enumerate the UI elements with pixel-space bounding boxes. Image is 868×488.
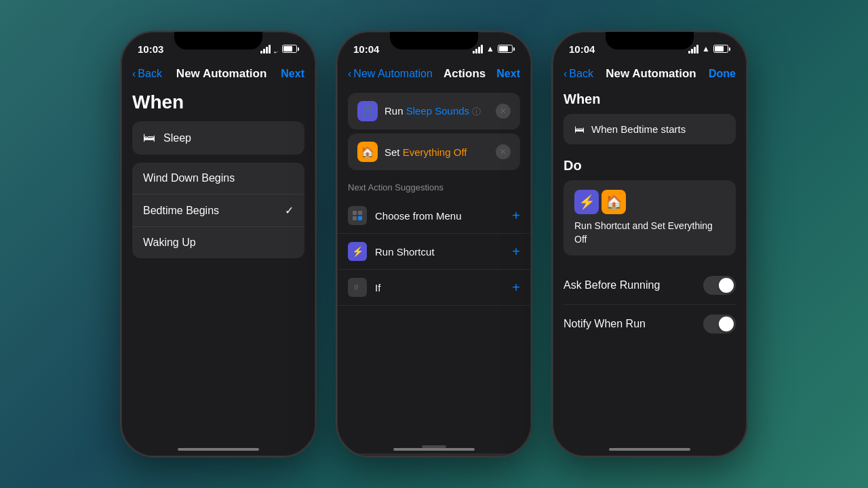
when-card-3: 🛏 When Bedtime starts <box>564 114 736 144</box>
toggle-row-ask-before: Ask Before Running <box>564 266 736 305</box>
wifi-icon-2: ▲ <box>486 44 494 54</box>
selected-option-label-1: Sleep <box>163 132 191 144</box>
do-icons-3: ⚡ 🏠 <box>574 190 725 214</box>
status-time-2: 10:04 <box>353 43 379 55</box>
home-indicator-1 <box>178 448 259 451</box>
phone-notch-2 <box>390 32 478 49</box>
do-title-3: Do <box>564 158 736 174</box>
nav-done-3[interactable]: Done <box>709 68 736 80</box>
nav-back-2[interactable]: ‹ New Automation <box>348 68 433 80</box>
svg-rect-1 <box>358 211 362 215</box>
back-label-2: New Automation <box>353 68 433 80</box>
phone-notch-1 <box>174 32 262 49</box>
action-card-left-2: 🏠 Set Everything Off <box>357 142 467 162</box>
ask-before-toggle[interactable] <box>703 276 736 295</box>
back-label-1: Back <box>138 68 162 80</box>
add-if-button[interactable]: + <box>512 280 520 296</box>
option-label-bedtime: Bedtime Begins <box>143 205 219 217</box>
run-shortcut-icon: ⚡ <box>348 242 367 261</box>
status-icons-1: 𝂁 <box>260 44 299 54</box>
option-wind-down[interactable]: Wind Down Begins <box>132 163 304 195</box>
nav-next-2[interactable]: Next <box>496 68 520 80</box>
chevron-left-icon-3: ‹ <box>564 68 567 80</box>
nav-bar-2: ‹ New Automation Actions Next <box>337 62 531 89</box>
option-label-waking: Waking Up <box>143 237 196 249</box>
info-icon: ⓘ <box>472 106 481 117</box>
option-label-wind-down: Wind Down Begins <box>143 172 235 184</box>
suggestion-label-if: If <box>375 282 380 293</box>
svg-text:If: If <box>354 283 359 291</box>
status-time-1: 10:03 <box>138 43 163 55</box>
action-text-sleep-sounds: Run Sleep Sounds ⓘ <box>384 105 481 118</box>
suggestion-choose-menu[interactable]: Choose from Menu + <box>337 198 531 234</box>
notify-when-toggle[interactable] <box>703 314 736 333</box>
bed-icon-1: 🛏 <box>143 131 155 145</box>
suggestion-left-3: If If <box>348 278 380 297</box>
do-card-3[interactable]: ⚡ 🏠 Run Shortcut and Set Everything Off <box>564 180 736 256</box>
svg-rect-3 <box>358 216 362 220</box>
sleep-sounds-label: Sleep Sounds <box>406 105 469 117</box>
choose-menu-icon <box>348 206 367 225</box>
chevron-left-icon-1: ‹ <box>132 68 136 80</box>
if-icon: If <box>348 278 367 297</box>
option-bedtime-begins[interactable]: Bedtime Begins ✓ <box>132 195 304 227</box>
home-indicator-3 <box>609 448 690 451</box>
suggestions-title: Next Action Suggestions <box>337 174 531 198</box>
suggestion-label-run-shortcut: Run Shortcut <box>375 246 435 258</box>
action-card-everything-off[interactable]: 🏠 Set Everything Off ✕ <box>348 134 520 170</box>
phone-3: 10:04 ▲ ‹ Back New Automation Done <box>551 30 748 458</box>
sleep-sounds-icon: 🎵 <box>357 101 378 121</box>
phone-1: 10:03 𝂁 ‹ Back New Automation Next <box>120 30 317 458</box>
when-section-3: When 🛏 When Bedtime starts <box>553 89 747 152</box>
nav-next-1[interactable]: Next <box>281 68 304 80</box>
shortcut-do-icon: ⚡ <box>574 190 599 214</box>
phone-2: 10:04 ▲ ‹ New Automation Actions Next <box>336 30 532 458</box>
selected-option-1: 🛏 Sleep <box>132 121 304 155</box>
add-choose-menu-button[interactable]: + <box>512 208 520 224</box>
wifi-icon-3: ▲ <box>702 44 710 54</box>
battery-3 <box>713 45 730 53</box>
everything-off-label: Everything Off <box>403 146 467 158</box>
close-action-2[interactable]: ✕ <box>496 144 511 159</box>
notify-when-label: Notify When Run <box>564 318 646 330</box>
nav-title-2: Actions <box>443 67 486 81</box>
do-section-3: Do ⚡ 🏠 Run Shortcut and Set Everything O… <box>553 152 747 264</box>
toggles-section-3: Ask Before Running Notify When Run <box>553 264 747 346</box>
bed-icon-3: 🛏 <box>574 123 585 135</box>
wifi-icon-1: 𝂁 <box>274 44 279 54</box>
options-group-1: Wind Down Begins Bedtime Begins ✓ Waking… <box>132 163 304 258</box>
close-action-1[interactable]: ✕ <box>496 104 511 119</box>
nav-title-3: New Automation <box>606 67 696 81</box>
when-card-label-3: When Bedtime starts <box>591 123 686 135</box>
checkmark-icon-1: ✓ <box>285 204 294 217</box>
nav-back-1[interactable]: ‹ Back <box>132 68 162 80</box>
action-text-everything-off: Set Everything Off <box>384 146 467 158</box>
action-card-sleep-sounds[interactable]: 🎵 Run Sleep Sounds ⓘ ✕ <box>348 93 520 129</box>
nav-back-3[interactable]: ‹ Back <box>564 68 593 80</box>
nav-bar-1: ‹ Back New Automation Next <box>121 62 315 89</box>
status-time-3: 10:04 <box>569 43 595 55</box>
when-section-title-1: When <box>121 89 315 121</box>
status-icons-2: ▲ <box>473 44 515 54</box>
everything-off-icon: 🏠 <box>357 142 378 162</box>
ask-before-label: Ask Before Running <box>564 279 660 291</box>
when-title-3: When <box>564 92 736 107</box>
status-icons-3: ▲ <box>688 44 730 54</box>
add-run-shortcut-button[interactable]: + <box>512 244 520 260</box>
suggestion-left-2: ⚡ Run Shortcut <box>348 242 435 261</box>
battery-2 <box>498 45 515 53</box>
nav-title-1: New Automation <box>176 67 267 81</box>
home-indicator-2 <box>393 448 475 451</box>
battery-1 <box>282 45 299 53</box>
search-bar[interactable]: 🔍 Search for apps and actions 🎤 <box>348 453 520 458</box>
action-card-left-1: 🎵 Run Sleep Sounds ⓘ <box>357 101 481 121</box>
suggestion-run-shortcut[interactable]: ⚡ Run Shortcut + <box>337 234 531 270</box>
home-do-icon: 🏠 <box>601 190 626 214</box>
option-waking-up[interactable]: Waking Up <box>132 227 304 258</box>
svg-rect-2 <box>353 216 357 220</box>
suggestion-left-1: Choose from Menu <box>348 206 462 225</box>
nav-bar-3: ‹ Back New Automation Done <box>553 62 747 89</box>
svg-rect-0 <box>353 211 357 215</box>
chevron-left-icon-2: ‹ <box>348 68 351 80</box>
suggestion-if[interactable]: If If + <box>337 270 531 306</box>
